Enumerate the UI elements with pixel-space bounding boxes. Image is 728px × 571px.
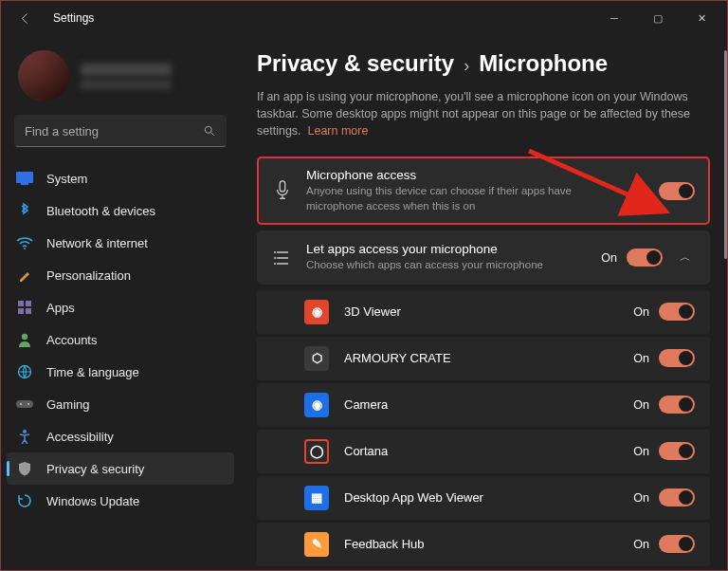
svg-point-17 [274,263,276,265]
sidebar-item-label: Privacy & security [46,462,144,476]
sidebar-item-label: Time & language [46,365,139,379]
bluetooth-icon [16,202,33,219]
toggle-state-label: On [601,251,617,265]
svg-rect-6 [18,308,24,314]
sidebar-item-label: Apps [46,301,75,315]
wifi-icon [16,234,33,251]
app-row[interactable]: ✎Feedback HubOn [257,523,710,566]
search-placeholder: Find a setting [25,124,99,138]
back-button[interactable] [18,11,32,26]
svg-point-11 [20,403,22,405]
app-row[interactable]: ◯CortanaOn [257,430,710,473]
toggle-state-label: On [633,184,649,197]
search-input[interactable]: Find a setting [14,115,227,147]
app-toggle[interactable] [659,303,695,321]
sidebar-item-time-language[interactable]: Time & language [7,356,234,388]
app-icon: ▦ [304,486,329,510]
scrollbar[interactable] [724,50,727,259]
breadcrumb: Privacy & security › Microphone [257,50,710,77]
chevron-right-icon: › [464,56,469,76]
microphone-icon [272,180,293,201]
intro-text: If an app is using your microphone, you'… [257,88,710,139]
app-name-label: Camera [344,397,618,412]
sidebar-item-privacy-security[interactable]: Privacy & security [7,452,234,485]
app-name-label: 3D Viewer [344,304,618,319]
learn-more-link[interactable]: Learn more [308,124,369,138]
app-list: ◉3D ViewerOn⬡ARMOURY CRATEOn◉CameraOn◯Co… [257,290,710,566]
sidebar: Find a setting System Bluetooth & device… [1,35,240,570]
app-icon: ◉ [304,300,329,324]
sidebar-item-gaming[interactable]: Gaming [7,388,234,420]
apps-icon [16,299,33,316]
sidebar-item-system[interactable]: System [7,162,234,194]
toggle-state-label: On [633,538,649,551]
app-name-label: Feedback Hub [344,537,618,551]
card-subtitle: Choose which apps can access your microp… [306,258,588,273]
card-title: Let apps access your microphone [306,242,588,256]
svg-point-16 [274,257,276,259]
toggle-state-label: On [633,398,649,412]
sidebar-item-label: System [46,172,87,186]
app-title: Settings [53,11,94,25]
svg-point-13 [23,430,27,433]
microphone-access-card[interactable]: Microphone access Anyone using this devi… [257,157,710,225]
svg-rect-14 [280,181,285,192]
sidebar-item-accounts[interactable]: Accounts [7,323,234,356]
app-row[interactable]: ⬡ARMOURY CRATEOn [257,337,710,380]
app-toggle[interactable] [659,349,695,367]
app-row[interactable]: ◉3D ViewerOn [257,290,710,334]
nav-list: System Bluetooth & devices Network & int… [1,157,240,523]
svg-rect-5 [26,301,31,306]
sidebar-item-bluetooth[interactable]: Bluetooth & devices [7,194,234,227]
sidebar-item-apps[interactable]: Apps [7,291,234,323]
search-icon [203,124,216,138]
sidebar-item-network[interactable]: Network & internet [7,227,234,259]
sidebar-item-accessibility[interactable]: Accessibility [7,420,234,452]
microphone-access-toggle[interactable] [659,182,695,200]
avatar [18,50,69,101]
minimize-button[interactable]: ─ [592,4,636,32]
system-icon [16,170,33,187]
app-row[interactable]: ▦Desktop App Web ViewerOn [257,476,710,520]
sidebar-item-label: Network & internet [46,236,148,250]
card-title: Microphone access [306,168,620,182]
sidebar-item-personalization[interactable]: Personalization [7,259,234,291]
person-icon [16,331,33,348]
svg-rect-10 [16,400,33,408]
app-toggle[interactable] [659,535,695,553]
svg-point-3 [24,248,26,249]
breadcrumb-parent[interactable]: Privacy & security [257,50,454,77]
sidebar-item-label: Personalization [46,268,131,283]
app-icon: ✎ [304,532,329,557]
let-apps-access-toggle[interactable] [627,249,663,267]
sidebar-item-label: Windows Update [46,494,139,508]
app-toggle[interactable] [659,488,695,507]
profile-block[interactable] [1,41,240,115]
maximize-button[interactable]: ▢ [636,4,680,32]
app-name-label: Desktop App Web Viewer [344,490,618,505]
svg-point-12 [27,403,29,405]
sidebar-item-label: Accessibility [46,430,114,444]
app-icon: ◯ [304,439,329,464]
app-toggle[interactable] [659,442,695,460]
app-toggle[interactable] [659,396,695,414]
svg-point-8 [22,334,27,340]
app-icon: ◉ [304,393,329,417]
svg-rect-2 [21,183,28,185]
svg-point-0 [205,126,211,133]
let-apps-access-card[interactable]: Let apps access your microphone Choose w… [257,230,710,285]
list-icon [272,250,293,266]
close-button[interactable]: ✕ [680,4,723,32]
app-row[interactable]: ◉CameraOn [257,383,710,427]
svg-rect-1 [16,172,33,183]
main-content: Privacy & security › Microphone If an ap… [240,35,727,570]
brush-icon [16,267,33,284]
chevron-up-icon[interactable]: ︿ [672,249,695,266]
card-subtitle: Anyone using this device can choose if t… [306,184,620,213]
sidebar-item-label: Bluetooth & devices [46,204,155,218]
toggle-state-label: On [633,491,649,505]
toggle-state-label: On [633,445,649,458]
profile-email-redacted [81,80,172,89]
sidebar-item-windows-update[interactable]: Windows Update [7,485,234,517]
app-icon: ⬡ [304,346,329,371]
